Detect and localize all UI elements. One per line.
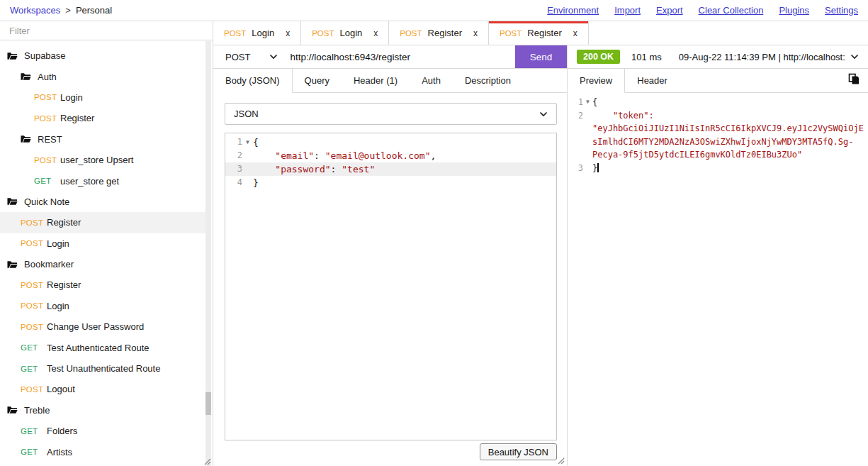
workspaces-link[interactable]: Workspaces (10, 5, 60, 16)
sidebar-request-login[interactable]: POSTLogin (0, 233, 205, 254)
tab-post-register[interactable]: POSTRegisterx (489, 21, 589, 45)
sidebar-scrollbar[interactable] (205, 41, 211, 466)
response-panel: PreviewHeader 1▼{2 "token":"eyJhbGciOiJI… (567, 69, 868, 466)
request-panel: Body (JSON)QueryHeader (1)AuthDescriptio… (213, 69, 567, 466)
response-meta-bar: 200 OK 101 ms 09-Aug-22 11:14:39 PM | ht… (567, 45, 868, 69)
method-label: GET (21, 365, 47, 373)
tab-label: Login (252, 28, 274, 38)
sidebar-folder-rest[interactable]: REST (0, 129, 205, 150)
method-select[interactable]: POST (213, 52, 290, 62)
sidebar-resize-grip[interactable] (203, 457, 211, 465)
method-label: POST (400, 29, 422, 38)
import-link[interactable]: Import (614, 5, 641, 16)
method-label: POST (500, 29, 522, 38)
app-window: Workspaces > Personal EnvironmentImportE… (0, 0, 868, 466)
code-line: "eyJhbGciOiJIUzI1NiIsInR5cCI6IkpXVCJ9.ey… (568, 122, 865, 135)
response-tab-header[interactable]: Header (625, 69, 680, 93)
sidebar-request-folders[interactable]: GETFolders (0, 421, 205, 441)
item-label: Auth (38, 72, 57, 82)
sidebar-request-register[interactable]: POSTRegister (0, 212, 205, 233)
response-history-select[interactable]: 09-Aug-22 11:14:39 PM | http://localhost… (679, 52, 859, 62)
scrollbar-thumb[interactable] (205, 392, 211, 415)
chevron-down-icon (539, 111, 548, 117)
clear-collection-link[interactable]: Clear Collection (699, 5, 764, 16)
code-line: 1▼{ (568, 96, 865, 109)
sidebar-folder-quick-note[interactable]: Quick Note (0, 192, 205, 212)
export-link[interactable]: Export (656, 5, 683, 16)
tab-post-register[interactable]: POSTRegisterx (389, 21, 489, 45)
beautify-json-button[interactable]: Beautify JSON (480, 443, 557, 460)
response-subtabs: PreviewHeader (568, 69, 868, 93)
sidebar-request-register[interactable]: POSTRegister (0, 108, 205, 128)
fold-arrow-icon[interactable]: ▼ (583, 96, 592, 109)
close-icon[interactable]: x (573, 28, 577, 38)
open-folder-icon (7, 260, 18, 269)
code-line: 2 "email": "email@outlook.com", (225, 149, 556, 162)
sidebar-request-login[interactable]: POSTLogin (0, 87, 205, 108)
method-label: POST (312, 29, 334, 38)
close-icon[interactable]: x (473, 28, 478, 38)
tab-header-1[interactable]: Header (1) (342, 69, 410, 93)
item-label: Register (47, 279, 81, 290)
tab-description[interactable]: Description (453, 69, 523, 93)
panel-resize-grip[interactable] (557, 457, 565, 465)
method-label: GET (21, 427, 47, 436)
sidebar-request-artists[interactable]: GETArtists (0, 441, 205, 462)
sidebar-request-user-store-get[interactable]: GETuser_store get (0, 170, 205, 191)
line-number: 2 (225, 149, 242, 162)
line-number: 2 (568, 109, 583, 123)
sidebar-request-change-user-password[interactable]: POSTChange User Password (0, 316, 205, 337)
item-label: Treble (24, 405, 50, 416)
method-label: GET (21, 448, 47, 456)
close-icon[interactable]: x (286, 28, 290, 38)
subtab-filler (680, 69, 868, 93)
environment-link[interactable]: Environment (547, 5, 599, 16)
tab-post-login[interactable]: POSTLoginx (213, 21, 301, 45)
fold-arrow-icon (242, 149, 253, 162)
tab-auth[interactable]: Auth (410, 69, 453, 93)
code-line: 3} (568, 162, 865, 175)
line-number: 3 (568, 162, 583, 175)
fold-arrow-icon[interactable]: ▼ (242, 135, 253, 149)
sidebar-request-test-unauthenticated-route[interactable]: GETTest Unauthenticated Route (0, 358, 205, 379)
sidebar-request-user-store-upsert[interactable]: POSTuser_store Upsert (0, 150, 205, 170)
tab-label: Register (527, 28, 561, 38)
fold-arrow-icon (583, 109, 592, 123)
sidebar-request-register[interactable]: POSTRegister (0, 274, 205, 295)
tab-query[interactable]: Query (293, 69, 342, 93)
response-preview-body[interactable]: 1▼{2 "token":"eyJhbGciOiJIUzI1NiIsInR5cC… (568, 96, 865, 466)
response-tab-preview[interactable]: Preview (568, 69, 625, 93)
text-cursor (597, 163, 599, 172)
item-label: Bookmarker (24, 259, 74, 270)
line-number: 3 (225, 162, 242, 176)
filter-input[interactable] (0, 21, 213, 40)
tab-post-login[interactable]: POSTLoginx (301, 21, 389, 45)
sidebar-folder-auth[interactable]: Auth (0, 66, 205, 87)
method-label: POST (34, 93, 60, 101)
sidebar-request-login[interactable]: POSTLogin (0, 296, 205, 316)
body-type-select[interactable]: JSON (225, 103, 557, 125)
tab-label: Login (339, 28, 362, 38)
open-folder-icon (7, 406, 18, 414)
tab-body-json[interactable]: Body (JSON) (213, 69, 293, 93)
body-json-editor[interactable]: 1▼{2 "email": "email@outlook.com",3 "pas… (225, 133, 557, 440)
method-label: GET (34, 177, 60, 185)
sidebar-folder-supabase[interactable]: Supabase (0, 45, 205, 66)
fold-arrow-icon (242, 176, 253, 189)
close-icon[interactable]: x (373, 28, 378, 38)
copy-icon[interactable] (848, 73, 859, 85)
line-number: 1 (225, 135, 242, 149)
item-label: Artists (47, 447, 72, 457)
sidebar-request-logout[interactable]: POSTLogout (0, 379, 205, 399)
plugins-link[interactable]: Plugins (779, 5, 809, 16)
settings-link[interactable]: Settings (825, 5, 858, 16)
url-input[interactable] (290, 45, 515, 68)
send-button[interactable]: Send (515, 45, 567, 68)
sidebar-folder-treble[interactable]: Treble (0, 400, 205, 421)
fold-arrow-icon (583, 162, 592, 175)
subtab-filler (523, 69, 567, 93)
item-label: Login (47, 238, 69, 249)
sidebar-folder-bookmarker[interactable]: Bookmarker (0, 254, 205, 274)
method-label: POST (21, 385, 47, 394)
sidebar-request-test-authenticated-route[interactable]: GETTest Authenticated Route (0, 337, 205, 357)
